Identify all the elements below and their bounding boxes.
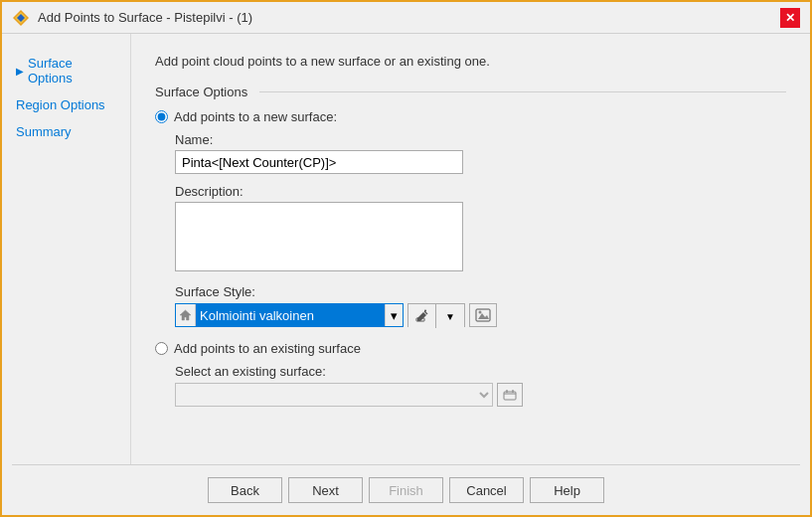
edit-icon — [415, 309, 429, 323]
section-header-label: Surface Options — [155, 85, 247, 99]
description-textarea[interactable] — [175, 202, 463, 271]
title-bar: Add Points to Surface - Pistepilvi - (1)… — [2, 2, 810, 34]
nav-label-summary: Summary — [16, 124, 72, 139]
existing-surface-label: Select an existing surface: — [175, 364, 786, 379]
surface-style-group: Surface Style: Kolmiointi valkoinen ▾ — [155, 284, 786, 327]
surface-style-selected-text: Kolmiointi valkoinen — [196, 304, 385, 326]
surface-style-row: Kolmiointi valkoinen ▾ — [175, 303, 786, 327]
radio-new-label[interactable]: Add points to a new surface: — [155, 109, 786, 124]
chevron-down-icon: ▾ — [391, 308, 398, 323]
name-input[interactable] — [175, 150, 463, 174]
nav-item-summary[interactable]: Summary — [12, 122, 120, 141]
radio-existing-input[interactable] — [155, 342, 168, 355]
title-bar-left: Add Points to Surface - Pistepilvi - (1) — [12, 9, 252, 27]
svg-marker-7 — [478, 313, 489, 319]
left-panel: ▶ Surface Options Region Options Summary — [2, 34, 131, 464]
radio-existing-label[interactable]: Add points to an existing surface — [155, 341, 786, 356]
nav-item-region-options[interactable]: Region Options — [12, 95, 120, 114]
radio-new-input[interactable] — [155, 110, 168, 123]
svg-point-5 — [424, 310, 426, 312]
svg-point-8 — [479, 311, 482, 314]
dropdown-style-button[interactable]: ▼ — [436, 304, 464, 328]
name-label: Name: — [175, 132, 786, 147]
edit-style-button[interactable] — [408, 304, 436, 328]
section-header: Surface Options — [155, 85, 786, 99]
help-button[interactable]: Help — [530, 477, 604, 503]
surface-style-select-wrapper[interactable]: Kolmiointi valkoinen ▾ — [175, 303, 404, 327]
existing-label-row: Select an existing surface: — [175, 364, 786, 379]
name-form-group: Name: — [175, 132, 786, 174]
browse-icon — [503, 389, 517, 401]
nav-item-surface-options[interactable]: ▶ Surface Options — [12, 54, 120, 87]
preview-icon — [475, 308, 491, 322]
window-title: Add Points to Surface - Pistepilvi - (1) — [38, 10, 252, 25]
existing-surface-select[interactable] — [175, 383, 493, 407]
nav-arrow-icon: ▶ — [16, 66, 24, 77]
next-button[interactable]: Next — [288, 477, 363, 503]
svg-rect-9 — [504, 392, 516, 400]
surface-style-label: Surface Style: — [175, 284, 786, 299]
bottom-bar: Back Next Finish Cancel Help — [2, 465, 810, 515]
preview-style-button[interactable] — [469, 303, 497, 327]
finish-button[interactable]: Finish — [369, 477, 443, 503]
right-panel: Add point cloud points to a new surface … — [131, 34, 810, 464]
cancel-button[interactable]: Cancel — [449, 477, 524, 503]
description-form-group: Description: — [175, 184, 786, 274]
back-button[interactable]: Back — [208, 477, 282, 503]
svg-marker-3 — [180, 310, 191, 320]
style-edit-group: ▼ — [407, 303, 465, 327]
nav-label-region-options: Region Options — [16, 97, 105, 112]
existing-surface-section: Add points to an existing surface Select… — [155, 341, 786, 407]
dialog-window: Add Points to Surface - Pistepilvi - (1)… — [0, 0, 812, 517]
nav-label-surface-options: Surface Options — [28, 56, 116, 86]
radio-new-text: Add points to a new surface: — [174, 109, 337, 124]
browse-existing-button[interactable] — [497, 383, 523, 407]
house-icon-container — [176, 304, 196, 326]
intro-text: Add point cloud points to a new surface … — [155, 54, 786, 69]
radio-existing-text: Add points to an existing surface — [174, 341, 361, 356]
description-label: Description: — [175, 184, 786, 199]
dialog-body: ▶ Surface Options Region Options Summary… — [2, 34, 810, 464]
surface-style-dropdown-arrow[interactable]: ▾ — [385, 304, 403, 326]
dropdown-arrow-icon: ▼ — [445, 311, 455, 322]
existing-select-row — [175, 383, 786, 407]
radio-group-new: Add points to a new surface: Name: Descr… — [155, 109, 786, 327]
house-icon — [179, 309, 192, 321]
close-button[interactable]: ✕ — [780, 8, 800, 28]
app-icon — [12, 9, 30, 27]
